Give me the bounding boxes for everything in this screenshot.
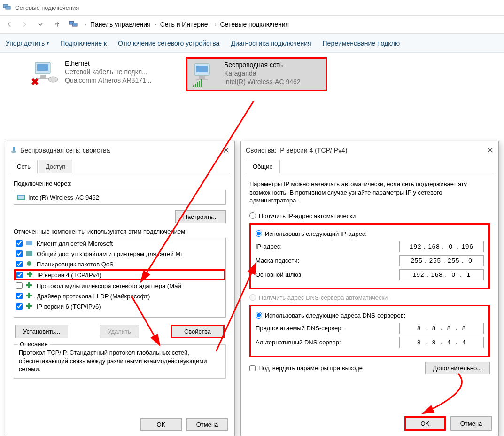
tab-general[interactable]: Общие bbox=[246, 160, 280, 173]
breadcrumb-category[interactable]: Сеть и Интернет bbox=[160, 21, 211, 28]
adapter-ethernet[interactable]: ✖ Ethernet Сетевой кабель не подкл... Qu… bbox=[28, 57, 169, 88]
component-item[interactable]: Клиент для сетей Microsoft bbox=[14, 238, 225, 249]
adapter-device: Qualcomm Atheros AR8171... bbox=[65, 76, 151, 85]
radio-dns-auto: Получить адрес DNS-сервера автоматически bbox=[249, 294, 490, 301]
nav-forward-button[interactable] bbox=[18, 18, 31, 31]
confirm-on-exit-check[interactable]: Подтвердить параметры при выходе bbox=[249, 365, 363, 372]
remove-button: Удалить bbox=[100, 325, 139, 338]
component-label: Клиент для сетей Microsoft bbox=[37, 240, 113, 247]
adapter-wireless[interactable]: Беспроводная сеть Karaganda Intel(R) Wir… bbox=[186, 57, 327, 91]
gateway-input[interactable] bbox=[399, 269, 484, 280]
dialog-tabs: Сеть Доступ bbox=[10, 159, 230, 173]
connect-via-value: Intel(R) Wireless-AC 9462 bbox=[28, 194, 99, 201]
svg-rect-5 bbox=[37, 64, 48, 71]
nav-back-button[interactable] bbox=[3, 18, 16, 31]
cancel-button[interactable]: Отмена bbox=[450, 416, 492, 431]
gw-label: Основной шлюз: bbox=[256, 271, 303, 278]
svg-rect-10 bbox=[196, 66, 208, 72]
component-item[interactable]: Протокол мультиплексора сетевого адаптер… bbox=[14, 280, 225, 291]
connect-via-box: Intel(R) Wireless-AC 9462 bbox=[14, 190, 226, 205]
adapter-ethernet-icon: ✖ bbox=[32, 59, 60, 86]
tab-network[interactable]: Сеть bbox=[10, 160, 38, 173]
component-checkbox[interactable] bbox=[16, 303, 23, 310]
ok-button[interactable]: OK bbox=[404, 416, 446, 431]
properties-button[interactable]: Свойства bbox=[171, 325, 225, 338]
radio-input[interactable] bbox=[249, 212, 256, 219]
svg-point-8 bbox=[48, 77, 58, 82]
component-label: Драйвер протокола LLDP (Майкрософт) bbox=[37, 293, 150, 300]
toolbar-diagnose[interactable]: Диагностика подключения bbox=[231, 39, 311, 47]
component-item[interactable]: Общий доступ к файлам и принтерам для се… bbox=[14, 249, 225, 259]
adapter-status: Karaganda bbox=[224, 69, 301, 78]
tab-access[interactable]: Доступ bbox=[39, 160, 72, 173]
breadcrumb-root-icon bbox=[69, 20, 78, 29]
toolbar-connect[interactable]: Подключение к bbox=[60, 39, 107, 47]
protocol-icon bbox=[25, 281, 34, 290]
breadcrumb-separator: › bbox=[85, 21, 86, 28]
adapter-wireless-icon bbox=[191, 61, 219, 88]
radio-label: Использовать следующие адреса DNS-сервер… bbox=[265, 312, 405, 319]
mask-input[interactable] bbox=[399, 255, 484, 266]
svg-rect-27 bbox=[28, 303, 30, 309]
svg-point-14 bbox=[11, 150, 16, 153]
protocol-icon bbox=[25, 292, 34, 300]
component-checkbox[interactable] bbox=[16, 250, 23, 257]
qos-icon bbox=[25, 260, 34, 268]
description-text: Протокол TCP/IP. Стандартный протокол гл… bbox=[19, 349, 221, 374]
toolbar-organize[interactable]: Упорядочить▾ bbox=[6, 39, 49, 47]
share-icon bbox=[25, 249, 34, 258]
component-item[interactable]: Драйвер протокола LLDP (Майкрософт) bbox=[14, 291, 225, 301]
component-label: IP версии 6 (TCP/IPv6) bbox=[37, 303, 101, 310]
dialog-tabs: Общие bbox=[246, 159, 494, 173]
network-connections-icon bbox=[3, 3, 12, 12]
dialog-title-bar: Беспроводная сеть: свойства ✕ bbox=[5, 141, 234, 159]
install-button[interactable]: Установить... bbox=[15, 325, 68, 338]
dns2-input[interactable] bbox=[399, 337, 484, 348]
svg-rect-6 bbox=[40, 75, 46, 78]
svg-rect-11 bbox=[199, 76, 205, 79]
svg-point-19 bbox=[27, 261, 31, 266]
radio-input[interactable] bbox=[256, 230, 262, 237]
advanced-button[interactable]: Дополнительно... bbox=[425, 362, 490, 374]
breadcrumb-leaf[interactable]: Сетевые подключения bbox=[220, 21, 289, 28]
toolbar-rename[interactable]: Переименование подклю bbox=[323, 39, 400, 47]
radio-ip-manual[interactable]: Использовать следующий IP-адрес: bbox=[256, 230, 484, 237]
ip-input[interactable] bbox=[399, 241, 484, 252]
component-label: Планировщик пакетов QoS bbox=[37, 261, 114, 268]
component-item[interactable]: IP версии 6 (TCP/IPv6) bbox=[14, 301, 225, 311]
radio-ip-auto[interactable]: Получить IP-адрес автоматически bbox=[249, 212, 490, 219]
cancel-button[interactable]: Отмена bbox=[186, 418, 228, 431]
component-checkbox[interactable] bbox=[16, 261, 23, 267]
close-button[interactable]: ✕ bbox=[487, 145, 494, 156]
components-list[interactable]: Клиент для сетей Microsoft Общий доступ … bbox=[14, 238, 226, 318]
checkbox[interactable] bbox=[249, 365, 256, 371]
component-checkbox[interactable] bbox=[16, 272, 23, 278]
dns2-label: Альтернативный DNS-сервер: bbox=[256, 339, 341, 346]
component-checkbox[interactable] bbox=[16, 282, 23, 289]
nav-up-button[interactable] bbox=[51, 18, 64, 31]
radio-dns-manual[interactable]: Использовать следующие адреса DNS-сервер… bbox=[256, 312, 484, 319]
component-checkbox[interactable] bbox=[16, 293, 23, 299]
adapter-name: Ethernet bbox=[65, 59, 151, 68]
component-item[interactable]: Планировщик пакетов QoS bbox=[14, 259, 225, 269]
dns-manual-group: Использовать следующие адреса DNS-сервер… bbox=[249, 305, 490, 357]
intro-text: Параметры IP можно назначать автоматичес… bbox=[249, 180, 490, 205]
radio-input[interactable] bbox=[256, 312, 262, 319]
nav-recent-button[interactable] bbox=[33, 18, 48, 31]
mask-label: Маска подсети: bbox=[256, 257, 299, 264]
close-button[interactable]: ✕ bbox=[223, 145, 230, 156]
component-checkbox[interactable] bbox=[16, 240, 23, 247]
component-label: Общий доступ к файлам и принтерам для се… bbox=[37, 250, 182, 257]
adapter-device: Intel(R) Wireless-AC 9462 bbox=[224, 78, 301, 86]
configure-button[interactable]: Настроить... bbox=[175, 210, 226, 223]
component-label: IP версии 4 (TCP/IPv4) bbox=[37, 272, 101, 279]
breadcrumb-root[interactable]: Панель управления bbox=[90, 21, 151, 28]
component-item-ipv4[interactable]: IP версии 4 (TCP/IPv4) bbox=[14, 269, 225, 280]
dns1-input[interactable] bbox=[399, 323, 484, 334]
ipv4-properties-dialog: Свойства: IP версии 4 (TCP/IPv4) ✕ Общие… bbox=[240, 141, 499, 436]
ok-button[interactable]: OK bbox=[140, 418, 182, 431]
toolbar-disable[interactable]: Отключение сетевого устройства bbox=[118, 39, 219, 47]
window-title-bar: Сетевые подключения bbox=[0, 0, 504, 15]
check-label: Подтвердить параметры при выходе bbox=[258, 365, 363, 372]
description-legend: Описание bbox=[18, 341, 50, 348]
